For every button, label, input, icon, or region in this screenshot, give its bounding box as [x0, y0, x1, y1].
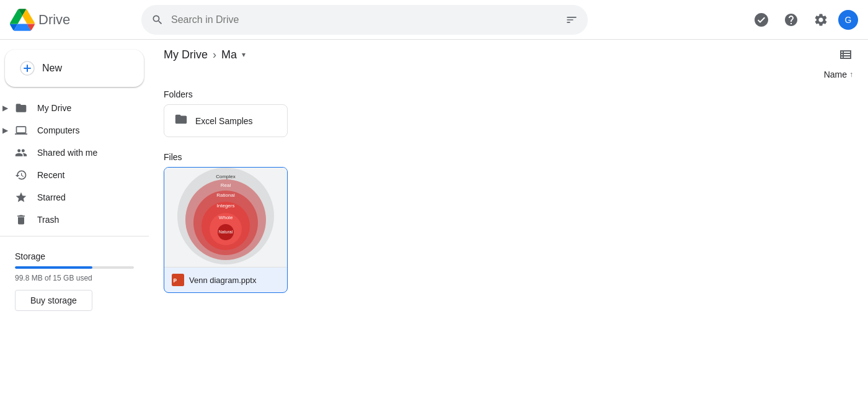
svg-text:Whole: Whole	[219, 215, 233, 220]
sidebar-item-label: My Drive	[37, 103, 71, 113]
sidebar-item-label: Trash	[37, 215, 59, 225]
folders-section-label: Folders	[149, 84, 868, 104]
svg-text:Natural: Natural	[219, 230, 233, 234]
trash-icon	[15, 214, 27, 226]
logo-text: Drive	[38, 12, 70, 28]
search-icon	[151, 14, 164, 26]
file-name: Venn diagram.pptx	[189, 276, 280, 285]
sidebar-item-starred[interactable]: Starred	[0, 186, 139, 209]
venn-diagram-preview: Complex Real Rational Integers Whole Nat…	[176, 168, 275, 267]
search-input[interactable]	[171, 14, 558, 25]
sidebar-item-label: Recent	[37, 170, 64, 180]
sort-label[interactable]: Name	[824, 70, 847, 79]
sidebar-item-label: Shared with me	[37, 148, 97, 158]
svg-text:Integers: Integers	[217, 203, 235, 209]
account-check-button[interactable]	[749, 7, 774, 32]
recent-icon	[15, 169, 27, 181]
computers-icon	[15, 124, 27, 137]
sidebar-divider	[0, 236, 149, 236]
settings-button[interactable]	[808, 7, 833, 32]
pptx-icon: P	[172, 274, 184, 286]
storage-label: Storage	[15, 251, 134, 261]
file-card[interactable]: Complex Real Rational Integers Whole Nat…	[164, 167, 288, 293]
svg-text:Rational: Rational	[216, 192, 235, 198]
buy-storage-button[interactable]: Buy storage	[15, 290, 92, 311]
svg-text:Complex: Complex	[216, 174, 236, 179]
breadcrumb-bar: My Drive › Ma ▾	[149, 40, 868, 70]
starred-icon	[15, 191, 27, 204]
breadcrumb-current-wrap: Ma ▾	[221, 48, 248, 61]
breadcrumb-separator: ›	[213, 48, 216, 61]
files-grid: Complex Real Rational Integers Whole Nat…	[149, 167, 868, 303]
storage-section: Storage 99.8 MB of 15 GB used Buy storag…	[0, 241, 149, 321]
view-toggle-button[interactable]	[838, 47, 853, 62]
computers-expand-icon: ▶	[2, 126, 8, 135]
svg-text:Real: Real	[221, 182, 231, 188]
sidebar-item-shared[interactable]: Shared with me	[0, 142, 139, 164]
file-footer: P Venn diagram.pptx	[164, 267, 287, 292]
storage-text: 99.8 MB of 15 GB used	[15, 274, 134, 282]
shared-icon	[15, 146, 27, 159]
folder-icon	[174, 112, 188, 129]
header: Drive G	[0, 0, 868, 40]
sidebar-item-computers[interactable]: ▶ Computers	[0, 119, 139, 142]
my-drive-icon	[15, 102, 27, 114]
main-layout: New ▶ My Drive ▶ Computers Shared with m…	[0, 40, 868, 396]
new-button[interactable]: New	[5, 50, 144, 87]
breadcrumb-root[interactable]: My Drive	[164, 48, 208, 61]
svg-text:P: P	[174, 277, 177, 284]
logo[interactable]: Drive	[10, 7, 134, 32]
storage-bar-fill	[15, 266, 92, 269]
file-preview: Complex Real Rational Integers Whole Nat…	[164, 168, 287, 267]
drive-logo-icon	[10, 7, 35, 32]
sidebar-item-label: Starred	[37, 192, 66, 202]
avatar[interactable]: G	[838, 10, 858, 30]
breadcrumb-current: Ma	[221, 48, 237, 61]
sort-arrow-icon: ↑	[849, 70, 853, 79]
header-actions: G	[749, 7, 858, 32]
breadcrumb-dropdown-button[interactable]: ▾	[239, 48, 248, 61]
search-bar	[141, 5, 588, 35]
folder-item[interactable]: Excel Samples	[164, 104, 288, 137]
sidebar-item-trash[interactable]: Trash	[0, 209, 139, 231]
breadcrumb-nav: My Drive › Ma ▾	[164, 48, 248, 61]
storage-bar	[15, 266, 134, 269]
search-options-icon[interactable]	[565, 14, 578, 26]
sidebar-item-recent[interactable]: Recent	[0, 164, 139, 186]
new-plus-icon	[20, 61, 35, 76]
folder-name: Excel Samples	[195, 116, 253, 126]
sidebar-item-label: Computers	[37, 125, 79, 135]
folders-grid: Excel Samples	[149, 104, 868, 147]
sort-row: Name ↑	[149, 70, 868, 84]
sidebar-item-my-drive[interactable]: ▶ My Drive	[0, 97, 139, 119]
content-area: My Drive › Ma ▾ Name ↑ Folders E	[149, 40, 868, 396]
help-button[interactable]	[779, 7, 804, 32]
my-drive-expand-icon: ▶	[2, 104, 8, 112]
new-button-label: New	[42, 63, 62, 74]
sidebar: New ▶ My Drive ▶ Computers Shared with m…	[0, 40, 149, 396]
files-section-label: Files	[149, 147, 868, 167]
